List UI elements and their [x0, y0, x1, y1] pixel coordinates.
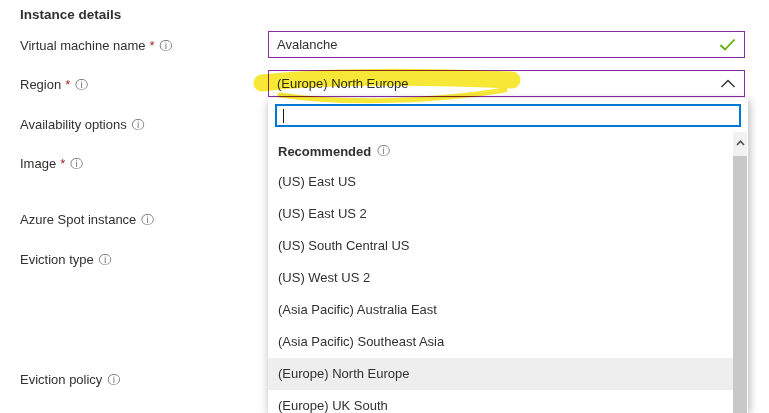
required-asterisk: *: [65, 77, 70, 93]
scrollbar-thumb[interactable]: [733, 156, 747, 413]
region-dropdown-panel: Recommended ⓘ (US) East US (US) East US …: [268, 98, 748, 413]
region-option-west-us-2[interactable]: (US) West US 2: [268, 262, 733, 294]
field-label-text: Availability options: [20, 117, 127, 133]
field-label-eviction-type: Eviction type ⓘ: [20, 252, 111, 268]
region-option-east-us-2[interactable]: (US) East US 2: [268, 198, 733, 230]
scroll-up-arrow-icon: [736, 140, 745, 146]
info-icon[interactable]: ⓘ: [70, 158, 83, 171]
info-icon[interactable]: ⓘ: [99, 254, 112, 267]
field-label-text: Azure Spot instance: [20, 212, 136, 228]
field-label-text: Virtual machine name: [20, 38, 146, 54]
region-option-uk-south[interactable]: (Europe) UK South: [268, 390, 733, 413]
region-option-australia-east[interactable]: (Asia Pacific) Australia East: [268, 294, 733, 326]
field-label-text: Eviction type: [20, 252, 94, 268]
region-search-input[interactable]: [275, 104, 741, 127]
text-caret: [283, 109, 284, 123]
region-option-southeast-asia[interactable]: (Asia Pacific) Southeast Asia: [268, 326, 733, 358]
region-option-east-us[interactable]: (US) East US: [268, 166, 733, 198]
field-label-image: Image * ⓘ: [20, 156, 83, 172]
required-asterisk: *: [150, 38, 155, 54]
field-label-availability-options: Availability options ⓘ: [20, 117, 144, 133]
required-asterisk: *: [60, 156, 65, 172]
info-icon[interactable]: ⓘ: [141, 214, 154, 227]
field-label-virtual-machine-name: Virtual machine name * ⓘ: [20, 38, 172, 54]
info-icon[interactable]: ⓘ: [132, 119, 145, 132]
vm-name-value: Avalanche: [277, 37, 719, 52]
region-selected-value: (Europe) North Europe: [277, 76, 720, 91]
info-icon[interactable]: ⓘ: [75, 79, 88, 92]
field-label-text: Region: [20, 77, 61, 93]
dropdown-group-recommended: Recommended ⓘ: [268, 138, 733, 164]
valid-check-icon: [719, 38, 736, 51]
field-label-region: Region * ⓘ: [20, 77, 88, 93]
scroll-up-button[interactable]: [733, 132, 747, 154]
field-label-text: Eviction policy: [20, 372, 102, 388]
info-icon[interactable]: ⓘ: [107, 374, 120, 387]
field-label-text: Image: [20, 156, 56, 172]
field-label-eviction-policy: Eviction policy ⓘ: [20, 372, 120, 388]
region-dropdown[interactable]: (Europe) North Europe: [268, 70, 745, 97]
vm-name-input[interactable]: Avalanche: [268, 31, 745, 58]
info-icon[interactable]: ⓘ: [377, 145, 390, 158]
dropdown-scrollbar[interactable]: [733, 132, 747, 413]
region-option-north-europe[interactable]: (Europe) North Europe: [268, 358, 733, 390]
section-title: Instance details: [20, 7, 121, 22]
create-vm-instance-details: Instance details Virtual machine name * …: [0, 0, 769, 413]
field-label-azure-spot-instance: Azure Spot instance ⓘ: [20, 212, 154, 228]
group-header-text: Recommended: [278, 144, 371, 159]
region-option-south-central-us[interactable]: (US) South Central US: [268, 230, 733, 262]
chevron-up-icon: [720, 79, 736, 88]
info-icon[interactable]: ⓘ: [160, 40, 173, 53]
